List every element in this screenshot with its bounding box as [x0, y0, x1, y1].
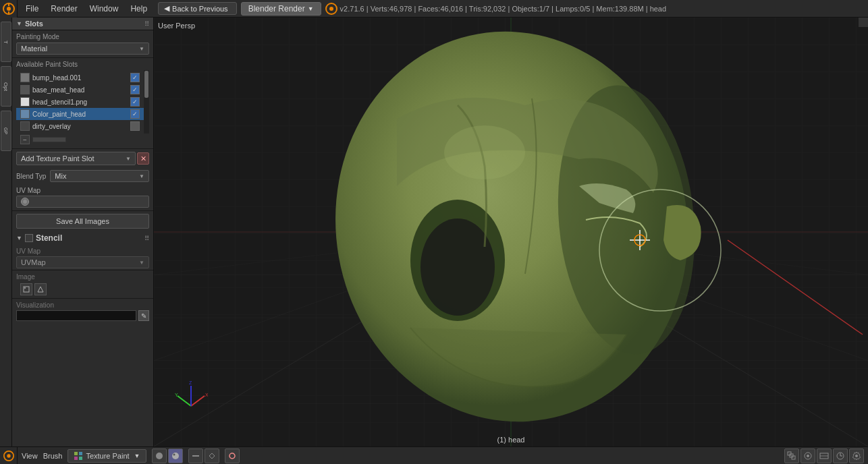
visualization-color-swatch[interactable] [16, 310, 136, 321]
svg-point-59 [855, 455, 858, 457]
mode-icon [74, 451, 83, 461]
menu-window[interactable]: Window [84, 3, 124, 15]
render-icons [225, 448, 240, 463]
bottom-view-item[interactable]: View [22, 452, 38, 460]
svg-line-32 [191, 396, 205, 406]
axes-widget: X Y Z [174, 379, 208, 413]
slots-triangle-icon: ▼ [16, 20, 22, 27]
menu-file[interactable]: File [20, 3, 44, 15]
slots-scroll-thumb [144, 71, 148, 98]
add-texture-paint-slot-button[interactable]: Add Texture Paint Slot ▼ [16, 152, 136, 165]
svg-point-1 [7, 7, 11, 11]
slot-item-base-meat[interactable]: base_meat_head ✓ [16, 84, 144, 96]
slots-options-icon[interactable]: ⠿ [144, 20, 149, 28]
mode-selector-dropdown[interactable]: Texture Paint ▼ [67, 449, 146, 463]
stencil-image-row [16, 282, 149, 297]
stencil-image-icon-btn-2[interactable] [34, 283, 47, 295]
slot-check-head-stencil[interactable]: ✓ [130, 97, 140, 107]
save-all-images-button[interactable]: Save All Images [16, 214, 149, 229]
svg-point-39 [7, 454, 10, 457]
svg-rect-47 [192, 455, 199, 457]
shading-texture-button[interactable] [168, 448, 183, 463]
slot-item-dirty[interactable]: dirty_overlay [16, 120, 144, 132]
stencil-options-icon[interactable]: ⠿ [144, 235, 149, 242]
bottom-brush-item[interactable]: Brush [43, 452, 63, 460]
sidebar-panel: ▼ Slots ⠿ Painting Mode Material ▼ Avail… [12, 18, 154, 446]
menu-render[interactable]: Render [45, 3, 82, 15]
svg-point-26 [444, 125, 525, 179]
timeline-icon[interactable] [833, 448, 848, 463]
svg-point-5 [329, 7, 333, 11]
stencil-uv-map-dropdown[interactable]: UVMap ▼ [16, 256, 149, 268]
stencil-uv-map-label: UV Map [16, 246, 149, 255]
draw-type-button[interactable] [188, 448, 203, 463]
bottom-items: View Brush Texture Paint ▼ [18, 448, 868, 463]
stencil-left: ▼ Stencil [16, 233, 62, 243]
tab-tools[interactable]: T [1, 22, 11, 62]
stencil-enable-checkbox[interactable] [25, 234, 33, 242]
slot-name-bump: bump_head.001 [32, 74, 128, 82]
slot-color-bump [20, 73, 30, 82]
slots-scrollbar[interactable] [144, 70, 149, 134]
uv-map-input[interactable] [16, 196, 149, 208]
mode-dropdown-arrow-icon: ▼ [134, 453, 140, 459]
render-engine-dropdown[interactable]: Blender Render ▼ [241, 2, 321, 16]
tab-grease-pencil[interactable]: GP [1, 111, 11, 151]
slot-check-bump[interactable]: ✓ [130, 73, 140, 82]
painting-mode-dropdown[interactable]: Material ▼ [16, 42, 149, 55]
slots-panel-header: ▼ Slots ⠿ [12, 18, 153, 30]
slots-list: bump_head.001 ✓ base_meat_head ✓ head_st… [16, 70, 144, 134]
slot-name-base-meat: base_meat_head [32, 86, 128, 94]
svg-rect-43 [79, 457, 82, 460]
blend-type-dropdown[interactable]: Mix ▼ [50, 170, 149, 182]
world-icon[interactable] [817, 448, 832, 463]
settings-icon[interactable] [849, 448, 864, 463]
available-paint-slots-label: Available Paint Slots [16, 61, 149, 68]
shading-solid-button[interactable] [152, 448, 167, 463]
slot-item-bump[interactable]: bump_head.001 ✓ [16, 71, 144, 84]
viewport-corner-handle[interactable] [859, 18, 868, 27]
paint-slots-section: Available Paint Slots bump_head.001 ✓ ba… [12, 58, 153, 149]
slot-check-dirty[interactable] [130, 121, 140, 131]
menu-help[interactable]: Help [125, 3, 153, 15]
stencil-collapse-icon[interactable]: ▼ [16, 235, 22, 241]
slot-item-head-stencil[interactable]: head_stencil1.png ✓ [16, 96, 144, 108]
viewport-stats: v2.71.6 | Verts:46,978 | Faces:46,016 | … [340, 5, 868, 13]
back-to-previous-button[interactable]: ◀ Back to Previous [158, 2, 237, 15]
slot-item-color-paint[interactable]: Color_paint_head ✓ [16, 108, 144, 120]
blend-type-label: Blend Typ [16, 173, 46, 180]
slot-name-dirty: dirty_overlay [32, 123, 128, 130]
svg-rect-6 [24, 287, 29, 292]
uv-map-icon [21, 198, 29, 206]
uv-map-label: UV Map [16, 187, 149, 194]
viewport-perspective-label: User Persp [158, 22, 195, 30]
draw-type-icons [188, 448, 219, 463]
tab-options[interactable]: Opt [1, 66, 11, 107]
svg-point-45 [172, 453, 179, 459]
svg-line-31 [728, 240, 863, 335]
svg-rect-42 [74, 457, 78, 460]
bottom-status-bar: View Brush Texture Paint ▼ [0, 446, 868, 464]
add-texture-arrow-icon: ▼ [126, 156, 131, 162]
render-icon-btn[interactable] [225, 448, 240, 463]
remove-texture-slot-button[interactable]: ✕ [137, 152, 149, 165]
3d-head-model [154, 18, 868, 446]
render-layers-icon[interactable] [801, 448, 815, 463]
slot-color-base-meat [20, 85, 30, 94]
add-texture-row: Add Texture Paint Slot ▼ ✕ [12, 149, 153, 168]
slot-check-color-paint[interactable]: ✓ [130, 109, 140, 119]
blender-logo [0, 0, 18, 18]
svg-marker-8 [38, 287, 43, 292]
slots-title: Slots [25, 20, 43, 28]
stencil-image-icon-btn-1[interactable] [20, 283, 32, 295]
svg-line-33 [178, 396, 191, 406]
slot-check-base-meat[interactable]: ✓ [130, 85, 140, 94]
slots-remove-button[interactable]: − [20, 135, 30, 144]
slot-name-color-paint: Color_paint_head [32, 111, 128, 118]
stencil-uv-arrow-icon: ▼ [139, 260, 144, 266]
blender-icon [325, 3, 337, 15]
visualization-edit-button[interactable]: ✎ [138, 310, 149, 321]
right-icons [784, 448, 864, 463]
scene-layers-icon[interactable] [784, 448, 799, 463]
transform-button[interactable] [205, 448, 219, 463]
